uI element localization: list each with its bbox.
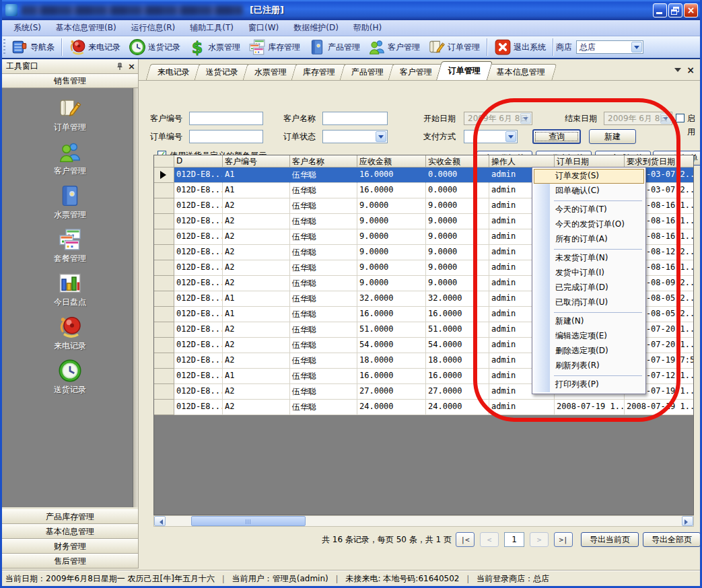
order-status-combo[interactable] <box>322 130 388 143</box>
row-selector-cell[interactable] <box>154 276 174 291</box>
context-menu-item-已取消订单(U)[interactable]: 已取消订单(U) <box>534 295 644 310</box>
toolbar-button-5[interactable]: 产品管理 <box>304 37 364 57</box>
cell-id[interactable]: 012D-E8... <box>174 322 223 338</box>
enable-checkbox[interactable] <box>676 114 685 122</box>
row-selector-cell[interactable] <box>154 198 174 214</box>
cell-receivable[interactable]: 9.0000 <box>357 214 426 229</box>
tab-水票管理[interactable]: 水票管理 <box>243 64 299 80</box>
menubar-item-3[interactable]: 辅助工具(T) <box>182 20 241 36</box>
context-menu-item-发货中订单(I)[interactable]: 发货中订单(I) <box>534 266 644 281</box>
menubar-item-1[interactable]: 基本信息管理(B) <box>48 20 124 36</box>
row-selector-cell[interactable] <box>154 183 174 198</box>
export-all-pages-button[interactable]: 导出全部页 <box>643 532 700 547</box>
tool-window-close-icon[interactable]: × <box>128 63 135 71</box>
row-selector-cell[interactable] <box>154 353 174 369</box>
menubar-item-6[interactable]: 帮助(H) <box>346 20 389 36</box>
table-h-scrollbar[interactable] <box>153 515 694 527</box>
sidebar-section-1[interactable]: 基本信息管理 <box>2 524 138 539</box>
cell-customer_no[interactable]: A1 <box>223 307 290 322</box>
context-menu-item-已完成订单(D)[interactable]: 已完成订单(D) <box>534 281 644 295</box>
context-menu-item-刷新列表(R)[interactable]: 刷新列表(R) <box>534 359 644 373</box>
tab-list-chevron-icon[interactable] <box>674 68 681 75</box>
context-menu-item-所有的订单(A)[interactable]: 所有的订单(A) <box>534 232 644 247</box>
sidebar-item-水票管理[interactable]: 水票管理 <box>2 184 138 221</box>
cell-receivable[interactable]: 18.0000 <box>357 353 426 369</box>
cell-received[interactable]: 0.0000 <box>426 183 489 198</box>
cell-receivable[interactable]: 27.0000 <box>357 384 426 400</box>
cell-customer_no[interactable]: A2 <box>223 400 290 415</box>
column-header-7[interactable]: 要求到货日期 <box>625 155 694 168</box>
cell-id[interactable]: 012D-E8... <box>174 276 223 291</box>
cell-customer_name[interactable]: 伍华聪 <box>290 384 357 400</box>
cell-receivable[interactable]: 24.0000 <box>357 400 426 415</box>
cell-received[interactable]: 16.0000 <box>426 307 489 322</box>
cell-received[interactable]: 24.0000 <box>426 400 489 415</box>
customer-no-input[interactable] <box>189 112 263 125</box>
menubar-item-2[interactable]: 运行信息(R) <box>124 20 183 36</box>
cell-customer_name[interactable]: 伍华聪 <box>290 168 357 183</box>
cell-customer_no[interactable]: A2 <box>223 198 290 214</box>
context-menu-item-删除选定项(D)[interactable]: 删除选定项(D) <box>534 344 644 359</box>
next-page-button[interactable]: > <box>530 532 549 547</box>
last-page-button[interactable]: >| <box>554 532 573 547</box>
row-selector-cell[interactable] <box>154 245 174 260</box>
minimize-button[interactable] <box>653 3 667 17</box>
cell-receivable[interactable]: 16.0000 <box>357 183 426 198</box>
cell-customer_name[interactable]: 伍华聪 <box>290 276 357 291</box>
cell-customer_no[interactable]: A2 <box>223 384 290 400</box>
cell-received[interactable]: 9.0000 <box>426 260 489 276</box>
menubar-item-5[interactable]: 数据维护(D) <box>286 20 346 36</box>
context-menu-item-打印列表(P)[interactable]: 打印列表(P) <box>534 377 644 392</box>
sidebar-item-今日盘点[interactable]: 今日盘点 <box>2 271 138 308</box>
tab-来电记录[interactable]: 来电记录 <box>146 64 202 80</box>
cell-customer_name[interactable]: 伍华聪 <box>290 214 357 229</box>
scrollbar-thumb[interactable] <box>191 516 306 526</box>
sidebar-item-订单管理[interactable]: 订单管理 <box>2 96 138 133</box>
context-menu-item-今天的订单(T)[interactable]: 今天的订单(T) <box>534 203 644 217</box>
cell-customer_name[interactable]: 伍华聪 <box>290 369 357 384</box>
cell-id[interactable]: 012D-E8... <box>174 338 223 353</box>
toolbar-button-1[interactable]: 来电记录 <box>65 37 125 57</box>
cell-customer_name[interactable]: 伍华聪 <box>290 291 357 307</box>
order-no-input[interactable] <box>189 130 263 143</box>
cell-customer_name[interactable]: 伍华聪 <box>290 400 357 415</box>
sidebar-item-客户管理[interactable]: 客户管理 <box>2 140 138 177</box>
cell-id[interactable]: 012D-E8... <box>174 198 223 214</box>
toolbar-button-6[interactable]: 客户管理 <box>364 37 424 57</box>
cell-customer_no[interactable]: A1 <box>223 291 290 307</box>
cell-customer_name[interactable]: 伍华聪 <box>290 183 357 198</box>
store-combo[interactable]: 总店 <box>576 40 643 54</box>
start-date-picker[interactable]: 2009年 6月 8日 <box>464 112 532 125</box>
sidebar-section-3[interactable]: 售后管理 <box>2 554 138 568</box>
end-date-picker[interactable]: 2009年 6月 8日 <box>604 112 672 125</box>
cell-required_date[interactable]: 2008-07-19 1... <box>625 400 694 415</box>
table-row[interactable]: 012D-E8...A2伍华聪24.000024.0000admin2008-0… <box>154 400 693 415</box>
new-button[interactable]: 新建 <box>589 129 636 144</box>
column-header-6[interactable]: 订单日期 <box>555 155 625 168</box>
cell-customer_name[interactable]: 伍华聪 <box>290 229 357 245</box>
cell-id[interactable]: 012D-E8... <box>174 245 223 260</box>
cell-received[interactable]: 18.0000 <box>426 353 489 369</box>
cell-id[interactable]: 012D-E8... <box>174 183 223 198</box>
cell-received[interactable]: 9.0000 <box>426 245 489 260</box>
cell-receivable[interactable]: 9.0000 <box>357 198 426 214</box>
cell-id[interactable]: 012D-E8... <box>174 214 223 229</box>
cell-id[interactable]: 012D-E8... <box>174 168 223 183</box>
cell-customer_name[interactable]: 伍华聪 <box>290 245 357 260</box>
first-page-button[interactable]: |< <box>456 532 475 547</box>
cell-received[interactable]: 16.0000 <box>426 369 489 384</box>
tab-客户管理[interactable]: 客户管理 <box>388 64 444 80</box>
toolbar-button-3[interactable]: $水票管理 <box>184 37 244 57</box>
cell-operator[interactable]: admin <box>489 400 555 415</box>
cell-customer_name[interactable]: 伍华聪 <box>290 322 357 338</box>
cell-receivable[interactable]: 16.0000 <box>357 307 426 322</box>
column-header-3[interactable]: 应收金额 <box>357 155 426 168</box>
cell-customer_name[interactable]: 伍华聪 <box>290 307 357 322</box>
cell-receivable[interactable]: 16.0000 <box>357 168 426 183</box>
row-selector-cell[interactable] <box>154 291 174 307</box>
toolbar-button-2[interactable]: 送货记录 <box>125 37 184 57</box>
cell-received[interactable]: 51.0000 <box>426 322 489 338</box>
restore-button[interactable] <box>668 3 682 17</box>
cell-customer_name[interactable]: 伍华聪 <box>290 353 357 369</box>
row-selector-cell[interactable] <box>154 214 174 229</box>
